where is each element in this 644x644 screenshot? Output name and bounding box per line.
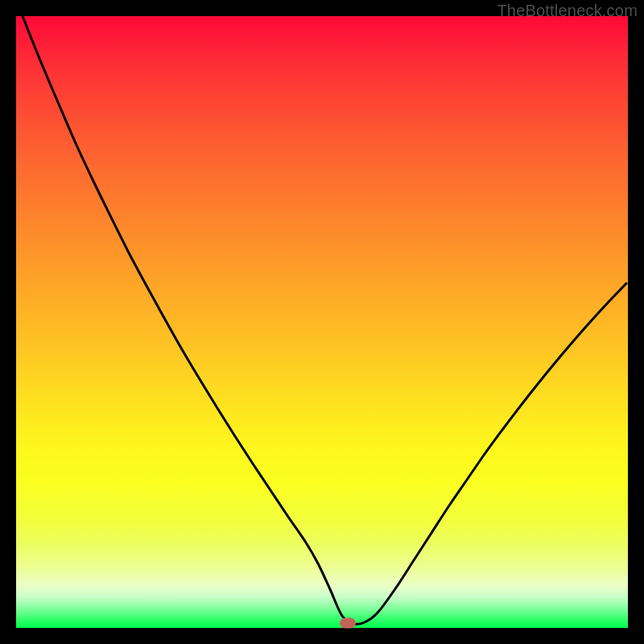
bottleneck-curve [16,16,628,628]
chart-plot-area [16,16,628,628]
optimal-point-marker [340,618,356,629]
